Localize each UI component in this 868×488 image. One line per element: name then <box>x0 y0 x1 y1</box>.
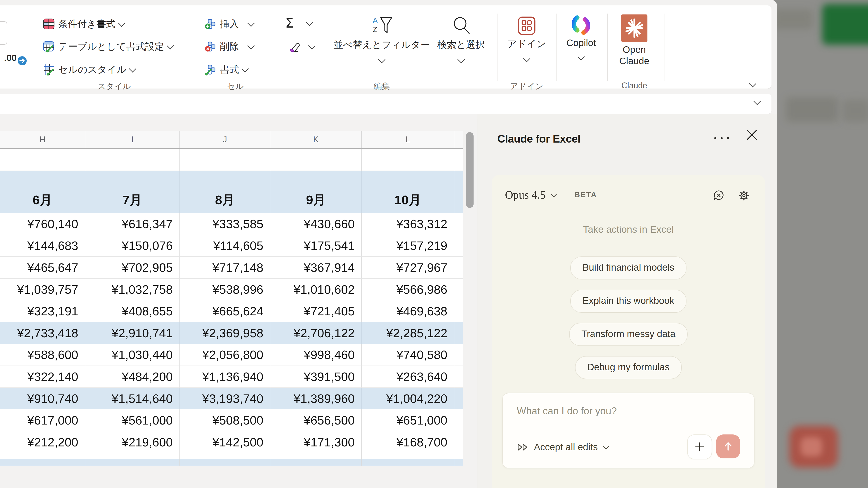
format-cells-button[interactable]: 書式 <box>205 62 248 77</box>
data-cell-sliver[interactable] <box>454 322 463 344</box>
data-cell[interactable]: ¥175,541 <box>270 235 362 257</box>
data-cell[interactable]: ¥408,655 <box>85 300 180 322</box>
data-cell[interactable]: ¥469,638 <box>362 300 454 322</box>
data-cell[interactable]: ¥702,905 <box>85 257 180 278</box>
data-cell[interactable]: ¥1,389,960 <box>270 388 362 410</box>
data-cell[interactable]: ¥484,200 <box>85 366 180 387</box>
column-header-K[interactable]: K <box>270 131 362 148</box>
column-header-I[interactable]: I <box>85 131 180 148</box>
column-header-L[interactable]: L <box>362 131 454 148</box>
send-button[interactable] <box>716 434 740 458</box>
month-header-sliver[interactable] <box>454 171 463 213</box>
data-cell[interactable]: ¥717,148 <box>180 257 270 278</box>
column-header-H[interactable]: H <box>0 131 85 148</box>
data-cell[interactable]: ¥508,500 <box>180 410 270 431</box>
data-cell[interactable]: ¥363,312 <box>362 213 454 235</box>
empty-row[interactable] <box>0 149 463 171</box>
panel-menu-button[interactable] <box>714 137 729 139</box>
data-cell[interactable]: ¥2,910,741 <box>85 322 180 344</box>
data-cell[interactable]: ¥157,219 <box>362 235 454 257</box>
find-select-button[interactable]: 検索と選択 <box>437 15 485 62</box>
data-cell[interactable]: ¥1,030,440 <box>85 344 180 366</box>
chat-input[interactable] <box>516 403 721 419</box>
formula-bar[interactable] <box>0 94 772 113</box>
suggestion-pill[interactable]: Build financial models <box>570 256 686 280</box>
format-as-table-button[interactable]: テーブルとして書式設定 <box>43 39 173 54</box>
data-cell[interactable]: ¥333,585 <box>180 213 270 235</box>
ribbon-collapse-button[interactable] <box>750 77 755 92</box>
data-cell-sliver[interactable] <box>454 257 463 278</box>
data-cell[interactable]: ¥1,004,220 <box>362 388 454 410</box>
data-cell[interactable]: ¥171,300 <box>270 431 362 453</box>
sort-filter-button[interactable]: A Z 並べ替えとフィルター <box>334 15 430 62</box>
clear-button[interactable] <box>287 39 314 54</box>
chat-input-card[interactable]: Accept all edits <box>502 393 754 468</box>
decrease-decimal-button[interactable]: .00 <box>4 51 27 65</box>
formula-bar-expand-icon[interactable] <box>753 98 761 105</box>
data-cell[interactable]: ¥2,369,958 <box>180 322 270 344</box>
data-cell-sliver[interactable] <box>454 235 463 257</box>
data-cell[interactable]: ¥168,700 <box>362 431 454 453</box>
data-cell[interactable]: ¥2,706,122 <box>270 322 362 344</box>
data-cell[interactable]: ¥1,010,602 <box>270 279 362 300</box>
data-cell-sliver[interactable] <box>454 344 463 366</box>
data-cell[interactable]: ¥910,740 <box>0 388 85 410</box>
addins-button[interactable]: アドイン <box>507 16 546 61</box>
data-cell-sliver[interactable] <box>454 213 463 235</box>
data-cell[interactable]: ¥430,660 <box>270 213 362 235</box>
suggestion-pill[interactable]: Debug my formulas <box>575 356 682 379</box>
delete-cells-button[interactable]: 削除 <box>205 39 254 54</box>
data-cell[interactable]: ¥2,733,418 <box>0 322 85 344</box>
data-cell[interactable]: ¥538,996 <box>180 279 270 300</box>
partial-row[interactable] <box>0 453 463 459</box>
data-cell-sliver[interactable] <box>454 410 463 431</box>
vertical-scrollbar-thumb[interactable] <box>466 132 473 208</box>
data-cell[interactable]: ¥2,056,800 <box>180 344 270 366</box>
data-cell[interactable]: ¥760,140 <box>0 213 85 235</box>
month-header-cell[interactable]: 6月 <box>0 171 85 213</box>
settings-gear-button[interactable] <box>738 190 750 202</box>
data-cell[interactable]: ¥1,136,940 <box>180 366 270 387</box>
data-cell[interactable]: ¥322,140 <box>0 366 85 387</box>
data-cell-sliver[interactable] <box>454 388 463 410</box>
data-cell[interactable]: ¥665,624 <box>180 300 270 322</box>
data-cell[interactable]: ¥142,500 <box>180 431 270 453</box>
partial-highlight-row[interactable] <box>0 459 463 466</box>
conditional-formatting-button[interactable]: 条件付き書式 <box>43 17 124 31</box>
column-header-sliver[interactable] <box>454 131 463 148</box>
panel-close-button[interactable] <box>745 129 758 141</box>
data-cell[interactable]: ¥721,405 <box>270 300 362 322</box>
data-cell[interactable]: ¥740,580 <box>362 344 454 366</box>
data-cell[interactable]: ¥150,076 <box>85 235 180 257</box>
data-cell-sliver[interactable] <box>454 279 463 300</box>
data-cell-sliver[interactable] <box>454 300 463 322</box>
month-header-cell[interactable]: 9月 <box>270 171 362 213</box>
model-selector[interactable]: Opus 4.5 BETA <box>505 188 597 201</box>
data-cell[interactable]: ¥1,039,757 <box>0 279 85 300</box>
suggestion-pill[interactable]: Explain this workbook <box>570 290 686 313</box>
data-cell[interactable]: ¥588,600 <box>0 344 85 366</box>
column-header-J[interactable]: J <box>180 131 270 148</box>
month-header-cell[interactable]: 8月 <box>180 171 270 213</box>
data-cell[interactable]: ¥263,640 <box>362 366 454 387</box>
accept-all-edits-control[interactable]: Accept all edits <box>517 442 608 453</box>
insert-cells-button[interactable]: 挿入 <box>205 17 254 31</box>
data-cell[interactable]: ¥727,967 <box>362 257 454 278</box>
data-cell[interactable]: ¥656,500 <box>270 410 362 431</box>
data-cell[interactable]: ¥3,193,740 <box>180 388 270 410</box>
data-cell[interactable]: ¥367,914 <box>270 257 362 278</box>
open-claude-button[interactable]: Open Claude <box>619 14 649 66</box>
data-cell[interactable]: ¥1,514,640 <box>85 388 180 410</box>
data-cell[interactable]: ¥2,285,122 <box>362 322 454 344</box>
data-cell[interactable]: ¥616,347 <box>85 213 180 235</box>
autosum-button[interactable]: Σ <box>285 16 312 30</box>
attach-button[interactable] <box>687 434 712 459</box>
data-cell[interactable]: ¥465,647 <box>0 257 85 278</box>
data-cell[interactable]: ¥998,460 <box>270 344 362 366</box>
data-cell[interactable]: ¥651,000 <box>362 410 454 431</box>
month-header-cell[interactable]: 10月 <box>362 171 454 213</box>
month-header-cell[interactable]: 7月 <box>85 171 180 213</box>
data-cell[interactable]: ¥323,191 <box>0 300 85 322</box>
data-cell[interactable]: ¥1,032,758 <box>85 279 180 300</box>
month-header-row[interactable]: 6月7月8月9月10月 <box>0 171 463 213</box>
